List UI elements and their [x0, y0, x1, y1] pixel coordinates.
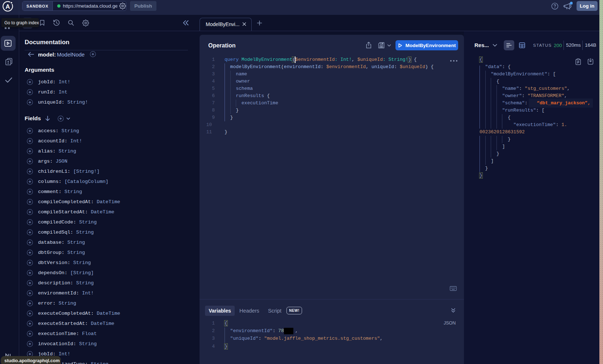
svg-text:A: A [5, 3, 10, 10]
